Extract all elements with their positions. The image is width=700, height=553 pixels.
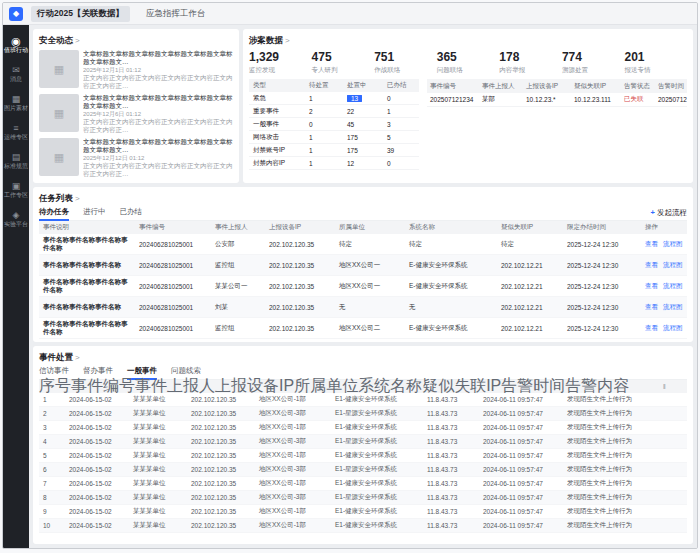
alert-content-cell: 发现陌生文件上传行为	[563, 423, 687, 432]
column-header: 事件上报人	[211, 223, 265, 232]
reporter-cell: 某某某单位	[129, 465, 187, 474]
reporter-cell: 某某某单位	[129, 521, 187, 530]
sidebar-item[interactable]: ◈ 实验平台	[3, 207, 29, 231]
topbar: ◆ 行动2025【关联数据】 应急指挥工作台	[3, 3, 697, 25]
stat: 475 专人研判	[312, 50, 375, 74]
lost-ip-cell: 202.102.12.21	[497, 304, 563, 311]
task-tabs-row: 待办任务进行中已办结 +发起流程	[39, 206, 687, 221]
system-cell: E1-星源安全环保系统	[331, 465, 423, 474]
table-row[interactable]: 封禁内容IP 1 12 0	[249, 157, 419, 170]
lost-ip-cell: 11.8.43.73	[423, 410, 479, 417]
type-cell: 封禁账号IP	[249, 146, 305, 155]
table-row: 3 2024-06-15-02 某某某单位 202.102.120.35 地区X…	[39, 421, 687, 435]
system-cell: E1-健康安全环保系统	[331, 479, 423, 488]
table-row[interactable]: 一般事件 0 45 3	[249, 118, 419, 131]
sidebar: ◉ 值班行动 ✉ 消息 ▦ 图片素材 ≡ 运维专区	[3, 25, 29, 548]
news-item[interactable]: ▦ 文章标题文章标题文章标题文章标题文章标题文章标题文章标题文… 2025年12…	[39, 138, 233, 179]
stat-value: 178	[499, 50, 562, 65]
table-header: 类型待处置处置中已办结	[249, 79, 419, 92]
pending-cell: 1	[305, 147, 343, 154]
image-icon: ▦	[54, 63, 64, 76]
device-ip-cell: 202.102.120.35	[187, 452, 255, 459]
index-cell: 10	[39, 522, 65, 529]
table-row[interactable]: 紧急 1 13 0	[249, 92, 419, 105]
task-tab[interactable]: 待办任务	[39, 205, 69, 221]
stat-label: 内容举报	[499, 65, 562, 74]
sidebar-item-icon: ✉	[12, 65, 20, 76]
view-link[interactable]: 查看	[645, 282, 658, 289]
index-cell: 2	[39, 410, 65, 417]
time-cell: 2024-06-11 09:57:47	[479, 438, 563, 445]
deadline-cell: 2025-12-24 12:30	[563, 241, 641, 248]
more-link[interactable]: >	[285, 36, 290, 45]
pending-cell: 1	[305, 134, 343, 141]
time-cell: 2024-06-11 09:57:47	[479, 424, 563, 431]
top-tab[interactable]: 应急指挥工作台	[140, 6, 212, 22]
type-cell: 紧急	[249, 94, 305, 103]
view-link[interactable]: 查看	[645, 240, 658, 247]
table-body: 1 2024-06-15-02 某某某单位 202.102.120.35 地区X…	[39, 393, 687, 533]
image-icon: ▦	[54, 151, 64, 164]
more-link[interactable]: >	[75, 353, 80, 362]
plus-icon: +	[651, 208, 655, 217]
reporter-cell: 某某某单位	[129, 423, 187, 432]
view-link[interactable]: 查看	[645, 303, 658, 310]
app-logo-icon[interactable]: ◆	[9, 7, 23, 21]
sidebar-item[interactable]: ◉ 值班行动	[3, 33, 29, 57]
table-row: 4 2024-06-15-02 某某某单位 202.102.120.35 地区X…	[39, 435, 687, 449]
type-cell: 重要事件	[249, 107, 305, 116]
reporter-cell: 监控组	[211, 261, 265, 270]
flowchart-link[interactable]: 流程图	[663, 324, 683, 331]
device-ip-cell: 202.102.120.35	[265, 241, 335, 248]
sidebar-item[interactable]: ▤ 标准规范	[3, 149, 29, 173]
sidebar-item[interactable]: ✉ 消息	[3, 62, 29, 86]
system-cell: E1-星源安全环保系统	[331, 409, 423, 418]
sidebar-item[interactable]: ▦ 图片素材	[3, 91, 29, 115]
more-link[interactable]: >	[75, 194, 80, 203]
column-settings-icon[interactable]: ‖	[659, 380, 685, 393]
sidebar-item[interactable]: ▣ 工作专区	[3, 178, 29, 202]
device-ip-cell: 202.102.120.35	[187, 480, 255, 487]
flowchart-link[interactable]: 流程图	[663, 303, 683, 310]
table-header: 事件说明事件编号事件上报人上报设备IP所属单位系统名称疑似失联IP限定办结时间操…	[39, 221, 687, 234]
view-link[interactable]: 查看	[645, 261, 658, 268]
time-cell: 20250712	[655, 96, 687, 103]
start-flow-button[interactable]: +发起流程	[651, 208, 687, 218]
org-cell: 地区XX公司一	[335, 282, 405, 291]
task-tab[interactable]: 进行中	[83, 205, 106, 221]
table-row[interactable]: 网络攻击 1 175 5	[249, 131, 419, 144]
view-link[interactable]: 查看	[645, 324, 658, 331]
more-link[interactable]: >	[75, 36, 80, 45]
case-data-title: 涉案数据>	[249, 34, 687, 47]
task-tabs: 待办任务进行中已办结	[39, 205, 156, 221]
sidebar-item[interactable]: ≡ 运维专区	[3, 120, 29, 144]
event-id-cell: 2024-06-15-02	[65, 424, 129, 431]
table-row[interactable]: 封禁账号IP 1 175 39	[249, 144, 419, 157]
news-body: 正文内容正文内容正文内容正文内容正文内容正文内容正文内容正…	[83, 118, 233, 134]
stat-label: 问题联络	[437, 65, 500, 74]
index-cell: 5	[39, 452, 65, 459]
event-id-cell: 202406281025001	[135, 304, 211, 311]
stat: 774 溯源处置	[562, 50, 625, 74]
status-cell: 已失联	[621, 95, 655, 104]
top-tab[interactable]: 行动2025【关联数据】	[31, 6, 130, 22]
index-cell: 6	[39, 466, 65, 473]
system-cell: 待定	[405, 240, 497, 249]
done-cell: 0	[383, 160, 419, 167]
column-header: 告警状态	[621, 82, 655, 91]
table-row: 9 2024-06-15-02 某某某单位 202.102.120.35 地区X…	[39, 505, 687, 519]
news-title: 文章标题文章标题文章标题文章标题文章标题文章标题文章标题文…	[83, 138, 233, 154]
news-item[interactable]: ▦ 文章标题文章标题文章标题文章标题文章标题文章标题文章标题文… 2025年12…	[39, 94, 233, 135]
flowchart-link[interactable]: 流程图	[663, 240, 683, 247]
flowchart-link[interactable]: 流程图	[663, 261, 683, 268]
done-cell: 0	[383, 95, 419, 102]
table-row[interactable]: 重要事件 2 22 1	[249, 105, 419, 118]
column-header: 处置中	[343, 81, 383, 90]
event-name-cell: 事件名称事件名称事件名称	[39, 303, 135, 311]
alert-event-table: 事件编号事件上报人上报设备IP疑似失联IP告警状态告警时间 2025071212…	[427, 79, 687, 170]
event-id-cell: 2024-06-15-02	[65, 508, 129, 515]
stat: 751 作战联络	[374, 50, 437, 74]
flowchart-link[interactable]: 流程图	[663, 282, 683, 289]
news-item[interactable]: ▦ 文章标题文章标题文章标题文章标题文章标题文章标题文章标题文… 2025年12…	[39, 50, 233, 91]
task-tab[interactable]: 已办结	[120, 205, 143, 221]
